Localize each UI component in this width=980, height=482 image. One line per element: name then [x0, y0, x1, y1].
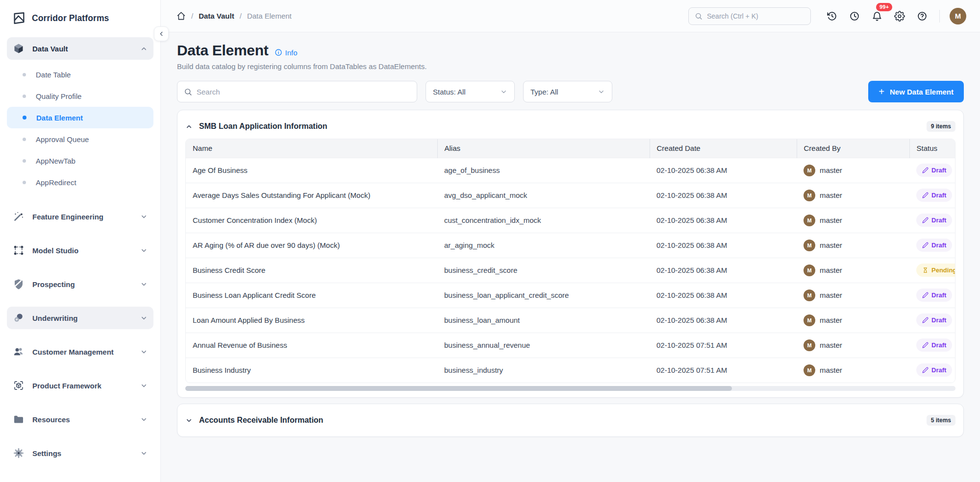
status-badge: Draft — [916, 164, 952, 177]
gear-icon — [894, 11, 905, 22]
table-row[interactable]: Average Days Sales Outstanding For Appli… — [186, 183, 955, 208]
user-avatar-small: M — [804, 240, 815, 251]
sidebar-item-quality-profile[interactable]: Quality Profile — [7, 85, 153, 107]
cell-name: AR Aging (% of AR due over 90 days) (Moc… — [186, 233, 437, 258]
table-row[interactable]: Loan Amount Applied By Businessbusiness_… — [186, 308, 955, 333]
column-header-alias[interactable]: Alias — [437, 139, 650, 158]
status-label: Draft — [931, 192, 946, 199]
column-header-status[interactable]: Status — [909, 139, 955, 158]
clock-button[interactable] — [845, 7, 864, 25]
table-row[interactable]: Annual Revenue of Businessbusiness_annua… — [186, 333, 955, 358]
scrollbar-thumb[interactable] — [185, 386, 732, 391]
sidebar-section-label: Customer Management — [32, 348, 114, 356]
user-name: master — [820, 316, 842, 324]
cell-name: Annual Revenue of Business — [186, 333, 437, 358]
sidebar-item-appredirect[interactable]: AppRedirect — [7, 171, 153, 193]
status-filter-select[interactable]: Status: All — [426, 81, 515, 102]
user-chip: Mmaster — [804, 364, 903, 376]
item-count-badge: 5 items — [927, 415, 955, 426]
pencil-icon — [922, 342, 929, 348]
home-icon[interactable] — [176, 11, 186, 21]
table-row[interactable]: Age Of Businessage_of_business02-10-2025… — [186, 158, 955, 183]
status-label: Draft — [931, 217, 946, 224]
table-row[interactable]: Business Credit Scorebusiness_credit_sco… — [186, 258, 955, 283]
wand-icon — [13, 211, 25, 222]
global-search[interactable] — [688, 7, 811, 25]
table-header-row: Name Alias Created Date Created By Statu… — [186, 139, 955, 158]
data-element-table: Name Alias Created Date Created By Statu… — [185, 139, 955, 383]
sidebar-section-prospecting[interactable]: Prospecting — [7, 273, 153, 295]
sidebar-item-label: Quality Profile — [36, 92, 81, 100]
info-link[interactable]: Info — [275, 48, 297, 57]
cell-status: Draft — [909, 333, 955, 358]
cell-created-date: 02-10-2025 06:38 AM — [650, 283, 797, 308]
cell-name: Customer Concentration Index (Mock) — [186, 208, 437, 233]
cell-created-date: 02-10-2025 06:38 AM — [650, 208, 797, 233]
settings-button[interactable] — [890, 7, 909, 25]
global-search-input[interactable] — [707, 12, 804, 20]
group-header[interactable]: SMB Loan Application Information 9 items — [185, 117, 955, 136]
sidebar-section-model-studio[interactable]: Model Studio — [7, 239, 153, 262]
help-button[interactable] — [913, 7, 931, 25]
users-icon — [13, 346, 25, 358]
help-icon — [917, 11, 928, 22]
user-chip: Mmaster — [804, 339, 903, 351]
sidebar-section-underwriting[interactable]: Underwriting — [7, 307, 153, 329]
pencil-icon — [922, 217, 929, 223]
column-header-created-date[interactable]: Created Date — [650, 139, 797, 158]
new-data-element-button[interactable]: + New Data Element — [868, 81, 964, 102]
notifications-button[interactable]: 99+ — [868, 7, 886, 25]
sidebar-section-customer-management[interactable]: Customer Management — [7, 340, 153, 363]
cell-status: Draft — [909, 233, 955, 258]
pencil-icon — [922, 167, 929, 173]
sidebar: Corridor Platforms Data VaultDate TableQ… — [0, 0, 161, 482]
user-avatar-small: M — [804, 364, 815, 376]
cell-created-by: Mmaster — [797, 358, 909, 383]
table-row[interactable]: AR Aging (% of AR due over 90 days) (Moc… — [186, 233, 955, 258]
user-chip: Mmaster — [804, 289, 903, 301]
clock-icon — [849, 11, 860, 22]
history-icon — [827, 11, 837, 22]
cell-status: Draft — [909, 308, 955, 333]
cell-created-by: Mmaster — [797, 233, 909, 258]
page-content: Data Element Info Build data catalog by … — [161, 32, 980, 482]
user-name: master — [820, 166, 842, 174]
sidebar-item-date-table[interactable]: Date Table — [7, 64, 153, 85]
cell-name: Business Loan Applicant Credit Score — [186, 283, 437, 308]
history-button[interactable] — [823, 7, 841, 25]
column-header-name[interactable]: Name — [186, 139, 437, 158]
type-filter-select[interactable]: Type: All — [523, 81, 612, 102]
sidebar-section-label: Settings — [32, 449, 61, 458]
horizontal-scrollbar — [185, 386, 955, 391]
sidebar-section-settings[interactable]: Settings — [7, 442, 153, 464]
sidebar-section-product-framework[interactable]: Product Framework — [7, 374, 153, 397]
sidebar-item-data-element[interactable]: Data Element — [7, 107, 153, 128]
cell-name: Loan Amount Applied By Business — [186, 308, 437, 333]
brand-logo[interactable]: Corridor Platforms — [0, 0, 160, 32]
sidebar-item-label: Approval Queue — [36, 135, 89, 144]
sidebar-item-appnewtab[interactable]: AppNewTab — [7, 150, 153, 171]
table-row[interactable]: Customer Concentration Index (Mock)cust_… — [186, 208, 955, 233]
sidebar-section-resources[interactable]: Resources — [7, 408, 153, 431]
table-search-input[interactable] — [197, 88, 410, 96]
sidebar-item-approval-queue[interactable]: Approval Queue — [7, 128, 153, 150]
chevron-down-icon — [598, 88, 605, 96]
sidebar-section-feature-engineering[interactable]: Feature Engineering — [7, 205, 153, 228]
table-row[interactable]: Business Loan Applicant Credit Scorebusi… — [186, 283, 955, 308]
user-name: master — [820, 216, 842, 224]
breadcrumb-section[interactable]: Data Vault — [199, 12, 234, 20]
cell-status: Draft — [909, 283, 955, 308]
sidebar-section-label: Product Framework — [32, 382, 101, 390]
user-avatar[interactable]: M — [950, 8, 966, 24]
sidebar-section-data-vault[interactable]: Data Vault — [7, 37, 153, 60]
pencil-icon — [922, 292, 929, 298]
table-search[interactable] — [177, 81, 417, 102]
column-header-created-by[interactable]: Created By — [797, 139, 909, 158]
cell-alias: age_of_business — [437, 158, 650, 183]
table-row[interactable]: Business Industrybusiness_industry02-10-… — [186, 358, 955, 383]
group-header[interactable]: Accounts Receivable Information 5 items — [185, 410, 955, 430]
cell-created-date: 02-10-2025 06:38 AM — [650, 158, 797, 183]
bullet-icon — [23, 159, 26, 163]
user-name: master — [820, 191, 842, 199]
sidebar-collapse-button[interactable] — [154, 26, 169, 41]
